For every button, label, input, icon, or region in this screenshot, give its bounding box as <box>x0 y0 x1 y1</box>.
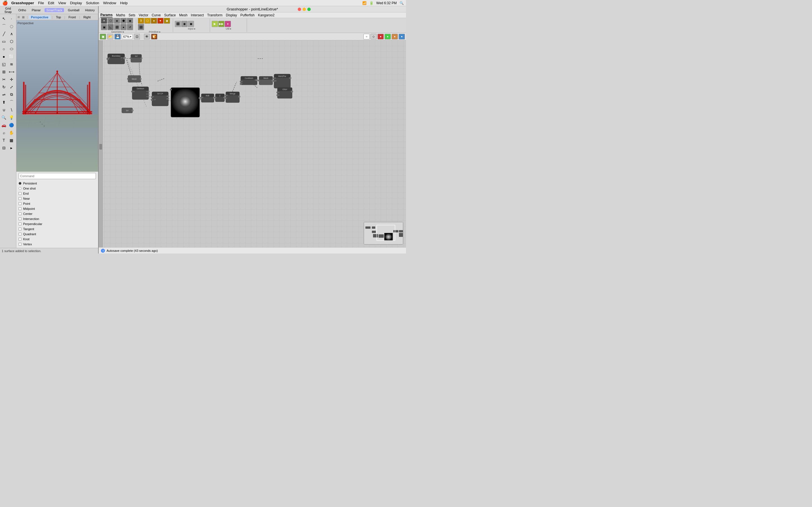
comp-geo-3[interactable]: ◈ <box>114 18 120 24</box>
curve-tool[interactable]: ⌒ <box>0 22 8 30</box>
planar-button[interactable]: Planar <box>30 8 43 12</box>
gh-menu-maths[interactable]: Maths <box>116 13 125 17</box>
gh-scroll-handle[interactable] <box>99 144 102 150</box>
scale-tool[interactable]: ⤢ <box>8 83 15 91</box>
snap-checkbox-7[interactable] <box>18 217 21 220</box>
point-tool[interactable]: · <box>8 15 15 22</box>
polyline-tool[interactable]: ∧ <box>8 30 15 38</box>
rotate-tool[interactable]: ↻ <box>0 83 8 91</box>
apple-menu[interactable]: 🍎 <box>2 0 8 6</box>
menu-solution[interactable]: Solution <box>86 1 99 5</box>
snap-checkbox-10[interactable] <box>18 233 21 235</box>
snap-item-point[interactable]: Point <box>18 201 96 206</box>
ellipse-tool[interactable]: ⬭ <box>8 45 15 53</box>
tab-perspective[interactable]: Perspective <box>29 15 51 19</box>
menu-edit[interactable]: Edit <box>48 1 54 5</box>
zoom-chevron[interactable]: ▾ <box>130 35 132 38</box>
polygon-tool[interactable]: ⬡ <box>8 38 15 45</box>
menu-help[interactable]: Help <box>120 1 128 5</box>
gh-white-view[interactable]: ○ <box>363 34 370 40</box>
analyze-tool[interactable]: 🔍 <box>0 114 8 121</box>
snap-checkbox-8[interactable] <box>18 223 21 225</box>
snap-item-midpoint[interactable]: Midpoint <box>18 206 96 211</box>
snap-radio-0[interactable] <box>18 182 21 185</box>
layer-tool[interactable]: ⊟ <box>0 144 8 152</box>
comp-prim-4[interactable]: ♥ <box>157 18 163 24</box>
snap-item-tangent[interactable]: Tangent <box>18 226 96 231</box>
nurbs-tool[interactable]: ≋ <box>8 60 15 68</box>
gh-menu-intersect[interactable]: Intersect <box>191 13 204 17</box>
snap-radio-1[interactable] <box>18 187 21 190</box>
snap-item-near[interactable]: Near <box>18 196 96 201</box>
gh-menu-params[interactable]: Params <box>100 13 112 17</box>
close-button[interactable] <box>298 8 301 11</box>
comp-geo-7[interactable]: ◺ <box>107 24 114 30</box>
comp-util-1[interactable]: ▶ <box>212 21 218 27</box>
command-input[interactable] <box>18 173 96 179</box>
gh-new-btn[interactable]: ▣ <box>100 34 106 40</box>
gh-canvas[interactable]: Boundary E Srf → Srf Mesh <box>99 40 406 247</box>
menu-display[interactable]: Display <box>70 1 82 5</box>
comp-inp-1[interactable]: ⬛ <box>175 21 181 27</box>
gh-menu-kangaroo[interactable]: Kangaroo2 <box>258 13 274 17</box>
snap-checkbox-4[interactable] <box>18 202 21 205</box>
tab-top[interactable]: Top <box>54 15 63 19</box>
gh-menu-surface[interactable]: Surface <box>164 13 175 17</box>
snap-item-perpendicular[interactable]: Perpendicular <box>18 221 96 226</box>
menu-grasshopper[interactable]: Grasshopper <box>11 1 34 5</box>
line-tool[interactable]: ╱ <box>0 30 8 38</box>
3d-viewport[interactable]: Perspective y x <box>16 20 98 172</box>
gh-green-view[interactable]: ● <box>385 34 391 40</box>
hatch-tool[interactable]: ▦ <box>8 136 15 144</box>
gh-menu-display[interactable]: Display <box>226 13 237 17</box>
snap-item-knot[interactable]: Knot <box>18 237 96 242</box>
text-tool[interactable]: T <box>0 136 8 144</box>
gh-menu-mesh[interactable]: Mesh <box>179 13 187 17</box>
comp-prim-1[interactable]: 9 <box>138 18 144 24</box>
comp-geo-4[interactable]: ⬢ <box>120 18 126 24</box>
comp-geo-1[interactable]: ✕ <box>101 18 107 24</box>
box-tool[interactable]: ⬜ <box>8 53 15 60</box>
gh-save-btn[interactable]: 💾 <box>114 34 121 40</box>
sphere-tool[interactable]: ● <box>0 53 8 60</box>
gumball-button[interactable]: Gumball <box>66 8 81 12</box>
snap-item-quadrant[interactable]: Quadrant <box>18 231 96 237</box>
copy-tool[interactable]: ⧉ <box>8 91 15 98</box>
car-tool[interactable]: 🚗 <box>0 121 8 129</box>
boolean-union-tool[interactable]: ∪ <box>0 106 8 114</box>
gh-menu-sets[interactable]: Sets <box>129 13 135 17</box>
grid-snap-button[interactable]: Grid Snap <box>2 6 14 14</box>
search-icon[interactable]: 🔍 <box>400 1 404 5</box>
trim-tool[interactable]: ✂ <box>0 75 8 83</box>
more-tool[interactable]: ▸ <box>8 144 15 152</box>
gh-menu-curve[interactable]: Curve <box>152 13 161 17</box>
snap-checkbox-11[interactable] <box>18 238 21 240</box>
fillet-tool[interactable]: ⌒ <box>8 98 15 106</box>
comp-geo-2[interactable]: ⬡ <box>107 18 114 24</box>
layout-icon[interactable]: ⊞ <box>17 15 20 18</box>
gh-outline-view[interactable]: ◇ <box>370 34 377 40</box>
comp-geo-9[interactable]: ● <box>120 24 126 30</box>
menu-file[interactable]: File <box>38 1 44 5</box>
snap-item-vertex[interactable]: Vertex <box>18 242 96 247</box>
menu-view[interactable]: View <box>58 1 66 5</box>
comp-util-3[interactable]: ♦ <box>225 21 231 27</box>
render-tool[interactable]: 🔵 <box>8 121 15 129</box>
gh-menu-vector[interactable]: Vector <box>139 13 148 17</box>
zoom-tool[interactable]: ⌕ <box>0 129 8 136</box>
snap-checkbox-2[interactable] <box>18 192 21 195</box>
comp-prim-3[interactable]: ● <box>151 18 157 24</box>
circle-tool[interactable]: ○ <box>0 45 8 53</box>
extrude-tool[interactable]: ⬆ <box>0 98 8 106</box>
maximize-button[interactable] <box>307 8 311 11</box>
rectangle-tool[interactable]: ▭ <box>0 38 8 45</box>
snap-checkbox-12[interactable] <box>18 243 21 245</box>
gh-open-btn[interactable]: 📂 <box>107 34 113 40</box>
comp-geo-6[interactable]: ▣ <box>101 24 107 30</box>
move-tool[interactable]: ✛ <box>8 75 15 83</box>
snap-item-intersection[interactable]: Intersection <box>18 216 96 221</box>
ortho-button[interactable]: Ortho <box>17 8 28 12</box>
gh-menu-pufferfish[interactable]: Pufferfish <box>240 13 254 17</box>
select-tool[interactable]: ↖ <box>0 15 8 22</box>
gh-menu-transform[interactable]: Transform <box>207 13 222 17</box>
